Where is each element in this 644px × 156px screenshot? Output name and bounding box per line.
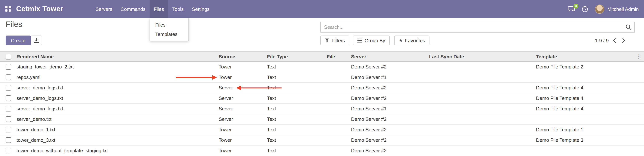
header-checkbox-cell [0, 52, 15, 61]
activities-button[interactable] [582, 6, 588, 12]
menu-item-tools[interactable]: Tools [168, 0, 188, 18]
dropdown-item-files[interactable]: Files [150, 20, 188, 30]
filters-button[interactable]: Filters [320, 36, 350, 45]
row-checkbox-cell [0, 135, 15, 145]
cell-last-sync-date [428, 114, 534, 124]
menu-item-settings[interactable]: Settings [188, 0, 214, 18]
row-checkbox[interactable] [6, 75, 11, 80]
column-header-rendered-name[interactable]: Rendered Name [15, 52, 217, 61]
search-input[interactable] [321, 24, 622, 30]
row-checkbox-cell [0, 125, 15, 135]
cell-last-sync-date [428, 104, 534, 114]
group-by-button-label: Group By [364, 38, 385, 43]
cell-server: Demo Server #2 [350, 83, 428, 93]
search-submit-button[interactable] [622, 22, 634, 32]
cell-source: Server [217, 114, 266, 124]
table-row[interactable]: server_demo_logs.txt Server Text Demo Se… [0, 93, 644, 104]
cell-options [634, 83, 644, 93]
cell-source: Tower [217, 135, 266, 145]
table-row[interactable]: tower_demo_3.txt Tower Text Demo Server … [0, 135, 644, 146]
table-body: staging_tower_demo_2.txt Tower Text Demo… [0, 62, 644, 156]
filters-button-label: Filters [332, 38, 345, 43]
cell-rendered-name: repos.yaml [15, 72, 217, 82]
cell-last-sync-date [428, 146, 534, 156]
row-checkbox[interactable] [6, 116, 11, 122]
cell-server: Demo Server #2 [350, 114, 428, 124]
table-row[interactable]: tower_demo_1.txt Tower Text Demo Server … [0, 125, 644, 135]
app-brand-title: Cetmix Tower [16, 5, 63, 13]
cell-source: Server [217, 83, 266, 93]
cell-options [634, 125, 644, 135]
top-navbar: Cetmix Tower Servers Commands Files File… [0, 0, 644, 18]
table-row[interactable]: repos.yaml Tower Text Demo Server #1 [0, 72, 644, 83]
pager-previous-button[interactable] [611, 37, 618, 44]
table-row[interactable]: server_demo_logs.txt Server Text Demo Se… [0, 83, 644, 93]
row-checkbox-cell [0, 83, 15, 93]
cell-file-type: Text [266, 125, 325, 135]
row-checkbox[interactable] [6, 137, 11, 143]
create-button[interactable]: Create [6, 36, 31, 45]
row-checkbox-cell [0, 114, 15, 124]
column-header-source[interactable]: Source [217, 52, 266, 61]
cell-file-type: Text [266, 72, 325, 82]
row-checkbox[interactable] [6, 85, 11, 90]
column-header-last-sync-date[interactable]: Last Sync Date [428, 52, 534, 61]
row-checkbox-cell [0, 72, 15, 82]
messages-button[interactable]: 4 [568, 6, 575, 12]
cell-file-type: Text [266, 114, 325, 124]
user-menu[interactable]: Mitchell Admin [595, 4, 639, 14]
user-name: Mitchell Admin [607, 6, 639, 12]
download-icon [34, 38, 39, 43]
cell-options [634, 104, 644, 114]
favorites-button[interactable]: ★ Favorites [394, 36, 430, 45]
user-avatar [595, 4, 604, 14]
menu-item-files[interactable]: Files Files Templates [150, 0, 168, 18]
pager-next-button[interactable] [620, 37, 627, 44]
table-row[interactable]: server_demo.txt Server Text Demo Server … [0, 114, 644, 125]
cell-server: Demo Server #2 [350, 93, 428, 103]
column-header-server[interactable]: Server [350, 52, 428, 61]
main-menu: Servers Commands Files Files Templates T… [91, 0, 214, 18]
cell-last-sync-date [428, 125, 534, 135]
cell-file [325, 104, 350, 114]
apps-menu-icon[interactable] [5, 6, 11, 12]
download-button[interactable] [31, 36, 42, 45]
row-checkbox-cell [0, 146, 15, 156]
cell-source: Server [217, 104, 266, 114]
search-icon [626, 24, 631, 30]
cell-source: Tower [217, 62, 266, 72]
column-header-file-type[interactable]: File Type [266, 52, 325, 61]
row-checkbox[interactable] [6, 148, 11, 153]
table-row[interactable]: tower_demo_without_template_staging.txt … [0, 146, 644, 156]
row-checkbox[interactable] [6, 95, 11, 101]
cell-template: Demo File Template 4 [534, 104, 634, 114]
cell-file [325, 72, 350, 82]
cell-server: Demo Server #2 [350, 146, 428, 156]
menu-item-servers[interactable]: Servers [91, 0, 116, 18]
cell-options [634, 135, 644, 145]
table-row[interactable]: staging_tower_demo_2.txt Tower Text Demo… [0, 62, 644, 72]
search-bar [320, 22, 634, 33]
row-checkbox-cell [0, 62, 15, 72]
table-row[interactable]: server_demo_logs.txt Server Text Demo Se… [0, 104, 644, 114]
cell-template: Demo File Template 4 [534, 83, 634, 93]
column-header-template[interactable]: Template [534, 52, 634, 61]
menu-item-commands[interactable]: Commands [116, 0, 150, 18]
cell-file-type: Text [266, 146, 325, 156]
group-by-icon [358, 38, 362, 42]
page-title: Files [6, 20, 22, 29]
column-header-file[interactable]: File [325, 52, 350, 61]
cell-file-type: Text [266, 93, 325, 103]
table-options-cell: ⋮ [634, 52, 644, 61]
group-by-button[interactable]: Group By [353, 36, 390, 45]
column-options-icon[interactable]: ⋮ [636, 54, 642, 59]
row-checkbox-cell [0, 104, 15, 114]
dropdown-item-templates[interactable]: Templates [150, 30, 188, 39]
row-checkbox[interactable] [6, 106, 11, 111]
pager-range[interactable]: 1-9 / 9 [595, 38, 609, 43]
row-checkbox[interactable] [6, 127, 11, 132]
files-dropdown-menu: Files Templates [150, 18, 189, 41]
select-all-checkbox[interactable] [6, 54, 11, 59]
messages-count-badge: 4 [574, 3, 578, 8]
row-checkbox[interactable] [6, 64, 11, 70]
